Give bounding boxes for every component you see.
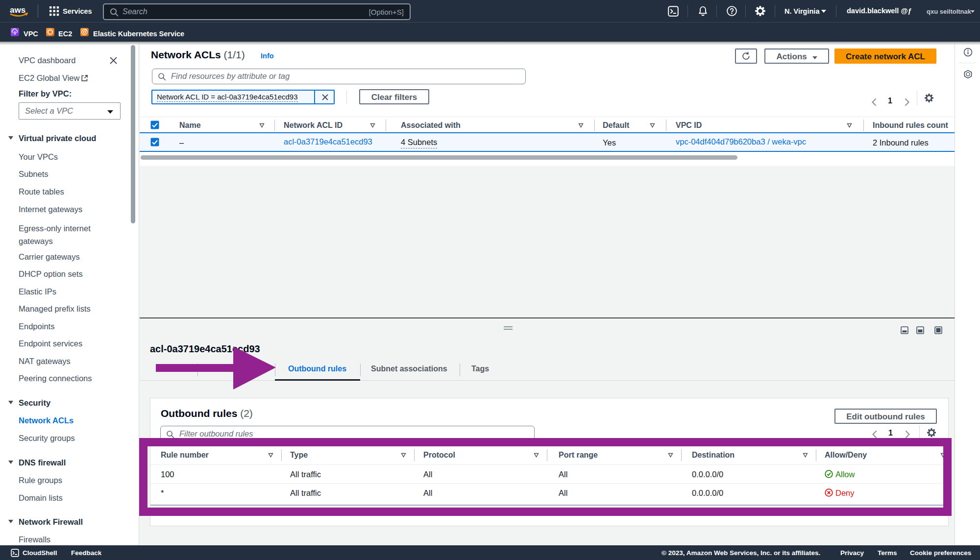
svg-text:aws: aws (10, 5, 25, 15)
